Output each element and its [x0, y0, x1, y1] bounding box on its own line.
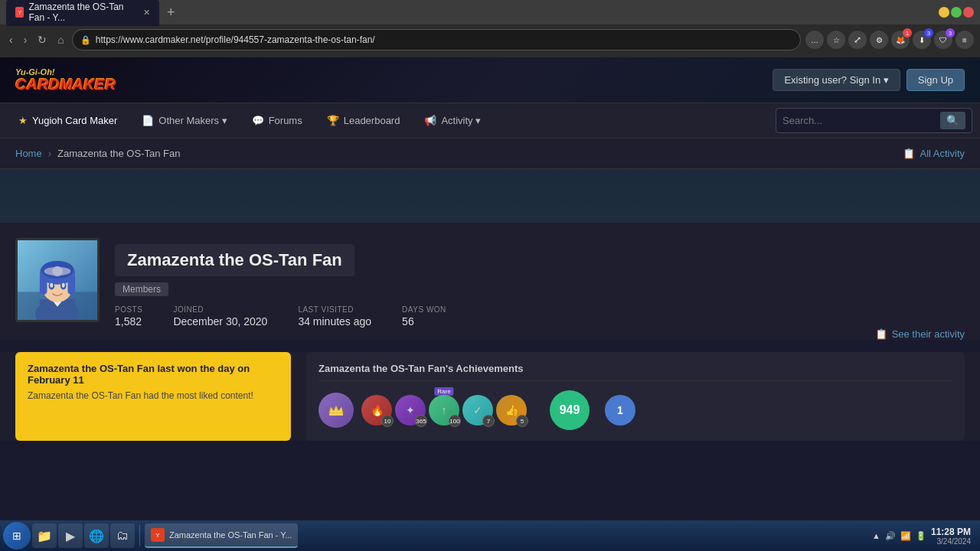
achievement-rare-group: Rare 🔥 10 ✦ 365 ↑ 100 ✓ — [361, 395, 527, 425]
stat-days-won-label: DAYS WON — [402, 305, 446, 314]
search-button[interactable]: 🔍 — [940, 112, 965, 129]
taskbar-browser-icon[interactable]: 🌐 — [84, 523, 109, 548]
window-controls — [939, 7, 974, 18]
tray-volume[interactable]: 🔊 — [885, 531, 896, 541]
taskbar-time[interactable]: 11:28 PM 3/24/2024 — [931, 527, 971, 546]
nav-item-forums[interactable]: 💬 Forums — [241, 109, 313, 132]
achievement-red[interactable]: 🔥 10 — [361, 395, 392, 425]
breadcrumb-home-link[interactable]: Home — [15, 148, 42, 159]
tray-battery[interactable]: 🔋 — [916, 531, 926, 541]
ext-settings[interactable]: ⚙ — [870, 31, 888, 49]
tab-title: Zamazenta the OS-Tan Fan - Y... — [28, 2, 139, 23]
close-window-button[interactable] — [963, 7, 974, 18]
tab-close-button[interactable]: ✕ — [143, 8, 150, 18]
taskbar: ⊞ 📁 ▶ 🌐 🗂 Y Zamazenta the OS-Tan Fan - Y… — [0, 520, 980, 551]
refresh-button[interactable]: ↻ — [34, 31, 50, 49]
profile-stats: POSTS 1,582 JOINED December 30, 2020 LAS… — [115, 305, 965, 340]
tray-network[interactable]: 📶 — [900, 531, 911, 541]
star-icon: ★ — [18, 115, 28, 126]
taskbar-file-manager[interactable]: 📁 — [32, 523, 57, 548]
ext-shield[interactable]: 🛡 3 — [934, 31, 952, 49]
ach-badge-7: 7 — [482, 415, 495, 427]
achievement-green[interactable]: ↑ 100 — [429, 395, 459, 425]
maximize-button[interactable] — [951, 7, 962, 18]
achievement-teal[interactable]: ✓ 7 — [462, 395, 493, 425]
ext-bookmark[interactable]: ☆ — [827, 31, 845, 49]
profile-avatar — [15, 238, 100, 322]
nav-item-yugioh[interactable]: ★ Yugioh Card Maker — [8, 109, 128, 132]
achievement-crown[interactable] — [318, 393, 354, 428]
nav-bar: ‹ › ↻ ⌂ 🔒 https://www.cardmaker.net/prof… — [0, 24, 980, 55]
breadcrumb-current: Zamazenta the OS-Tan Fan — [57, 148, 180, 159]
active-tab[interactable]: Y Zamazenta the OS-Tan Fan - Y... ✕ — [6, 0, 159, 26]
achievement-949[interactable]: 949 — [550, 390, 590, 430]
crown-icon — [327, 401, 345, 419]
home-button[interactable]: ⌂ — [54, 31, 67, 49]
nav-item-leaderboard[interactable]: 🏆 Leaderboard — [316, 109, 411, 132]
svg-point-16 — [44, 267, 71, 276]
win-card-title: Zamazenta the OS-Tan Fan last won the da… — [28, 363, 279, 386]
see-activity-label: See their activity — [892, 328, 965, 340]
achievements-icons: Rare 🔥 10 ✦ 365 ↑ 100 ✓ — [318, 390, 952, 430]
site-header: Yu-Gi-Oh! CARDMAKER Existing user? Sign … — [0, 57, 980, 103]
see-activity-button[interactable]: 📋 See their activity — [875, 328, 965, 340]
new-tab-button[interactable]: + — [162, 5, 180, 21]
browser-icon-taskbar: 🌐 — [89, 529, 104, 543]
win-card-description: Zamazenta the OS-Tan Fan had the most li… — [28, 390, 279, 401]
megaphone-icon: 📢 — [424, 115, 436, 126]
back-button[interactable]: ‹ — [6, 31, 16, 49]
win-card: Zamazenta the OS-Tan Fan last won the da… — [15, 352, 291, 441]
all-activity-link[interactable]: 📋 All Activity — [903, 148, 965, 159]
ext-hamburger[interactable]: ≡ — [956, 31, 974, 49]
search-input[interactable] — [782, 115, 936, 126]
minimize-button[interactable] — [939, 7, 949, 18]
see-activity-icon: 📋 — [875, 328, 887, 340]
stat-joined-label: JOINED — [173, 305, 267, 314]
address-bar[interactable]: 🔒 https://www.cardmaker.net/profile/9445… — [72, 29, 801, 51]
title-bar: Y Zamazenta the OS-Tan Fan - Y... ✕ + — [0, 0, 980, 24]
shield-badge: 3 — [946, 28, 955, 37]
tab-favicon: Y — [15, 7, 24, 18]
start-icon: ⊞ — [12, 530, 21, 542]
stat-joined: JOINED December 30, 2020 — [173, 305, 267, 328]
forward-button[interactable]: › — [21, 31, 31, 49]
sign-up-button[interactable]: Sign Up — [906, 69, 965, 91]
achievement-1-value: 1 — [617, 404, 623, 416]
doc-icon: 📄 — [142, 115, 154, 126]
start-button[interactable]: ⊞ — [3, 522, 31, 549]
ext-fullscreen[interactable]: ⤢ — [848, 31, 867, 49]
ext-download[interactable]: ⬇ 3 — [913, 31, 931, 49]
svg-point-13 — [50, 283, 53, 288]
profile-name-box: Zamazenta the OS-Tan Fan — [115, 244, 354, 276]
trophy-icon: 🏆 — [327, 115, 339, 126]
site-navigation: ★ Yugioh Card Maker 📄 Other Makers ▾ 💬 F… — [0, 103, 980, 139]
site-logo[interactable]: Yu-Gi-Oh! CARDMAKER — [15, 68, 116, 92]
taskbar-active-app[interactable]: Y Zamazenta the OS-Tan Fan - Y... — [145, 523, 298, 548]
nav-label-yugioh: Yugioh Card Maker — [32, 115, 117, 126]
sign-in-button[interactable]: Existing user? Sign In ▾ — [773, 69, 900, 91]
media-icon: ▶ — [66, 529, 75, 543]
ext-firefox[interactable]: 🦊 1 — [891, 31, 910, 49]
achievement-purple[interactable]: ✦ 365 — [395, 395, 426, 425]
svg-rect-17 — [329, 413, 343, 416]
achievement-949-value: 949 — [560, 403, 580, 417]
taskbar-media[interactable]: ▶ — [58, 523, 83, 548]
nav-label-leaderboard: Leaderboard — [344, 115, 400, 126]
nav-item-activity[interactable]: 📢 Activity ▾ — [413, 109, 492, 132]
ach-badge-100: 100 — [449, 415, 461, 427]
ext-menu[interactable]: … — [805, 31, 824, 49]
browser-extensions: … ☆ ⤢ ⚙ 🦊 1 ⬇ 3 🛡 3 ≡ — [805, 31, 974, 49]
taskbar-app2[interactable]: 🗂 — [110, 523, 135, 548]
achievements-title: Zamazenta the OS-Tan Fan's Achievements — [318, 363, 952, 381]
achievement-1[interactable]: 1 — [605, 395, 635, 425]
search-area[interactable]: 🔍 — [776, 108, 972, 133]
breadcrumb-separator: › — [48, 148, 51, 159]
tray-chevron[interactable]: ▲ — [872, 531, 880, 540]
chat-icon: 💬 — [252, 115, 264, 126]
nav-item-other-makers[interactable]: 📄 Other Makers ▾ — [131, 109, 237, 132]
taskbar-active-app-icon: Y — [151, 528, 165, 542]
ach-badge-5: 5 — [516, 415, 528, 427]
nav-label-other-makers: Other Makers ▾ — [158, 115, 227, 126]
achievement-orange[interactable]: 👍 5 — [496, 395, 527, 425]
header-auth: Existing user? Sign In ▾ Sign Up — [773, 69, 965, 91]
